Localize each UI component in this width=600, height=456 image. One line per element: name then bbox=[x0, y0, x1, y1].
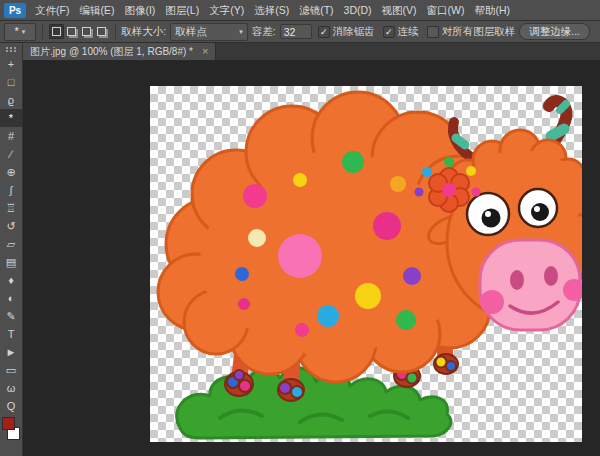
menu-bar: Ps 文件(F)编辑(E)图像(I)图层(L)文字(Y)选择(S)滤镜(T)3D… bbox=[0, 0, 600, 21]
panel-grip-icon[interactable] bbox=[0, 43, 22, 55]
menu-edit[interactable]: 编辑(E) bbox=[74, 0, 119, 20]
menu-file[interactable]: 文件(F) bbox=[30, 0, 74, 20]
menu-window[interactable]: 窗口(W) bbox=[422, 0, 470, 20]
shape-tool-icon[interactable]: ▭ bbox=[0, 361, 22, 379]
intersect-selection-icon[interactable] bbox=[94, 24, 109, 39]
color-swatches bbox=[0, 416, 22, 441]
move-tool-icon[interactable]: + bbox=[0, 55, 22, 73]
close-tab-icon[interactable]: × bbox=[202, 46, 208, 57]
pen-tool-icon[interactable]: ✎ bbox=[0, 307, 22, 325]
tool-list: +□ϱ*#∕⊕∫♖↺▱▤♦◐✎T►▭ωQ bbox=[0, 55, 22, 415]
divider bbox=[115, 24, 116, 39]
sample-size-value: 取样点 bbox=[175, 25, 207, 39]
blur-tool-icon[interactable]: ♦ bbox=[0, 271, 22, 289]
menu-image[interactable]: 图像(I) bbox=[119, 0, 160, 20]
tool-preset-dropdown[interactable]: * ▾ bbox=[4, 23, 36, 41]
eraser-tool-icon[interactable]: ▱ bbox=[0, 235, 22, 253]
brush-tool-icon[interactable]: ∫ bbox=[0, 181, 22, 199]
menu-help[interactable]: 帮助(H) bbox=[470, 0, 516, 20]
gradient-tool-icon[interactable]: ▤ bbox=[0, 253, 22, 271]
chevron-down-icon: ▾ bbox=[239, 28, 243, 35]
document-tab-title: 图片.jpg @ 100% (图层 1, RGB/8#) * bbox=[30, 45, 193, 59]
clone-stamp-tool-icon[interactable]: ♖ bbox=[0, 199, 22, 217]
crop-tool-icon[interactable]: # bbox=[0, 127, 22, 145]
document-tab[interactable]: 图片.jpg @ 100% (图层 1, RGB/8#) * × bbox=[23, 43, 216, 60]
menu-3d[interactable]: 3D(D) bbox=[339, 0, 377, 20]
menu-view[interactable]: 视图(V) bbox=[377, 0, 422, 20]
option-checkboxes: ✓消除锯齿✓连续对所有图层取样 bbox=[318, 25, 516, 39]
refine-edge-button[interactable]: 调整边缘... bbox=[519, 23, 590, 40]
marquee-tool-icon[interactable]: □ bbox=[0, 73, 22, 91]
new-selection-icon[interactable] bbox=[49, 24, 64, 39]
muzzle bbox=[480, 240, 582, 330]
tolerance-label: 容差: bbox=[252, 25, 276, 39]
magic-wand-tool-icon[interactable]: * bbox=[0, 109, 22, 127]
cow-illustration bbox=[150, 86, 582, 442]
hand-tool-icon[interactable]: ω bbox=[0, 379, 22, 397]
document-tab-bar: 图片.jpg @ 100% (图层 1, RGB/8#) * × bbox=[23, 43, 600, 61]
sample-size-label: 取样大小: bbox=[121, 25, 166, 39]
tolerance-input[interactable] bbox=[280, 24, 312, 39]
document-image[interactable] bbox=[150, 86, 582, 442]
menu-items: 文件(F)编辑(E)图像(I)图层(L)文字(Y)选择(S)滤镜(T)3D(D)… bbox=[30, 0, 515, 20]
menu-filter[interactable]: 滤镜(T) bbox=[294, 0, 338, 20]
zoom-tool-icon[interactable]: Q bbox=[0, 397, 22, 415]
menu-select[interactable]: 选择(S) bbox=[249, 0, 294, 20]
photoshop-logo: Ps bbox=[4, 3, 26, 18]
checkbox-anti-alias[interactable]: ✓消除锯齿 bbox=[318, 25, 375, 39]
dodge-tool-icon[interactable]: ◐ bbox=[0, 289, 22, 307]
sample-size-select[interactable]: 取样点 ▾ bbox=[170, 23, 248, 41]
chevron-down-icon: ▾ bbox=[22, 28, 26, 35]
magic-wand-icon: * bbox=[14, 26, 18, 37]
divider bbox=[42, 24, 43, 39]
menu-type[interactable]: 文字(Y) bbox=[204, 0, 249, 20]
eyedropper-tool-icon[interactable]: ∕ bbox=[0, 145, 22, 163]
subtract-from-selection-icon[interactable] bbox=[79, 24, 94, 39]
healing-brush-tool-icon[interactable]: ⊕ bbox=[0, 163, 22, 181]
checkbox-contiguous[interactable]: ✓连续 bbox=[383, 25, 419, 39]
history-brush-tool-icon[interactable]: ↺ bbox=[0, 217, 22, 235]
checkbox-sample-all-layers[interactable]: 对所有图层取样 bbox=[427, 25, 516, 39]
path-selection-tool-icon[interactable]: ► bbox=[0, 343, 22, 361]
add-to-selection-icon[interactable] bbox=[64, 24, 79, 39]
options-bar: * ▾ 取样大小: 取样点 ▾ 容差: ✓消除锯齿✓连续对所有图层取样 调整边缘… bbox=[0, 21, 600, 43]
lasso-tool-icon[interactable]: ϱ bbox=[0, 91, 22, 109]
photoshop-window: Ps 文件(F)编辑(E)图像(I)图层(L)文字(Y)选择(S)滤镜(T)3D… bbox=[0, 0, 600, 43]
selection-mode-buttons bbox=[49, 24, 109, 39]
foreground-color-swatch[interactable] bbox=[2, 417, 15, 430]
tools-panel: +□ϱ*#∕⊕∫♖↺▱▤♦◐✎T►▭ωQ bbox=[0, 43, 23, 456]
canvas-area[interactable] bbox=[23, 61, 600, 456]
type-tool-icon[interactable]: T bbox=[0, 325, 22, 343]
menu-layer[interactable]: 图层(L) bbox=[160, 0, 204, 20]
